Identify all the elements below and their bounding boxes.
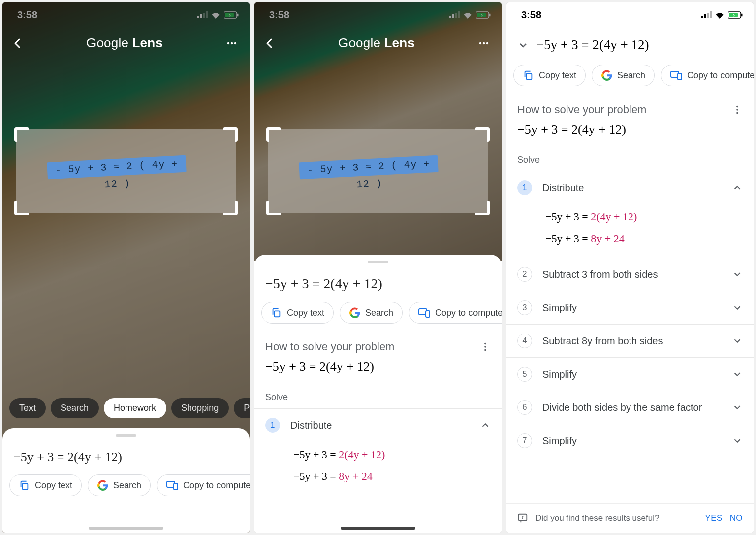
feedback-yes-button[interactable]: YES (705, 513, 722, 523)
step-3-title: Simplify (542, 302, 722, 314)
step-4-number: 4 (517, 334, 532, 348)
recognized-equation: −5y + 3 = 2(4y + 12) (254, 272, 502, 299)
mode-chip-search[interactable]: Search (51, 398, 99, 418)
step-6-number: 6 (517, 400, 532, 415)
sheet-grab-handle[interactable] (116, 434, 136, 437)
step-5-row[interactable]: 5 Simplify (506, 358, 754, 391)
results-sheet[interactable]: −5y + 3 = 2(4y + 12) Copy text Search Co… (254, 255, 502, 533)
search-button[interactable]: Search (592, 65, 655, 86)
search-button[interactable]: Search (340, 302, 403, 324)
step-6-row[interactable]: 6 Divide both sides by the same factor (506, 391, 754, 424)
screenshot-panel-1: 3:58 Google Lens - 5y + 3 = 2 ( 4y + 12 … (2, 2, 250, 533)
svg-point-21 (483, 42, 485, 44)
sheet-grab-handle[interactable] (368, 261, 388, 263)
svg-rect-36 (526, 73, 532, 79)
brand-bold: Lens (132, 35, 163, 50)
equation-header: −5y + 3 = 2(4y + 12) (536, 37, 649, 53)
recognized-equation: −5y + 3 = 2(4y + 12) (2, 446, 250, 471)
chevron-up-icon (732, 182, 743, 193)
step-4-row[interactable]: 4 Subtract 8y from both sides (506, 325, 754, 357)
feedback-icon (517, 513, 528, 524)
chevron-down-icon (732, 435, 743, 446)
app-title: Google Lens (86, 35, 163, 51)
search-button[interactable]: Search (88, 474, 151, 496)
copy-to-computer-button[interactable]: Copy to computer (409, 302, 502, 324)
copy-to-computer-button[interactable]: Copy to computer (157, 474, 250, 496)
copy-text-button[interactable]: Copy text (9, 474, 82, 496)
svg-rect-30 (704, 14, 706, 18)
step-1-number: 1 (517, 180, 532, 195)
step-1-row[interactable]: 1 Distribute (254, 409, 502, 442)
home-indicator[interactable] (89, 527, 163, 530)
results-sheet[interactable]: −5y + 3 = 2(4y + 12) Copy text Search Co… (2, 428, 250, 533)
copy-icon (271, 307, 282, 318)
svg-point-39 (736, 106, 738, 108)
step-1-title: Distribute (290, 420, 470, 431)
more-vert-icon[interactable] (732, 104, 743, 115)
svg-rect-10 (22, 483, 28, 489)
step-1-number: 1 (265, 418, 280, 433)
chevron-down-icon (732, 302, 743, 313)
mode-chip-homework[interactable]: Homework (104, 398, 166, 418)
solve-heading-row: How to solve your problem (506, 94, 754, 119)
svg-point-8 (231, 42, 233, 44)
svg-rect-38 (678, 73, 682, 80)
svg-rect-23 (274, 311, 280, 317)
home-indicator[interactable] (341, 527, 415, 530)
step-5-number: 5 (517, 367, 532, 382)
status-icons (701, 11, 743, 19)
svg-rect-31 (707, 13, 709, 18)
camera-viewfinder: 3:58 Google Lens - 5y + 3 = 2 ( 4y + 12 … (2, 2, 250, 533)
svg-point-7 (227, 42, 229, 44)
step-3-row[interactable]: 3 Simplify (506, 291, 754, 324)
google-g-icon (601, 70, 612, 81)
more-icon[interactable] (226, 37, 238, 49)
chevron-down-icon (732, 335, 743, 346)
crop-frame[interactable]: - 5y + 3 = 2 ( 4y + 12 ) (16, 129, 236, 213)
svg-rect-29 (701, 16, 703, 18)
mode-chip-shopping[interactable]: Shopping (171, 398, 229, 418)
step-1-title: Distribute (542, 182, 722, 194)
status-time: 3:58 (521, 9, 541, 21)
step-1-row[interactable]: 1 Distribute (506, 171, 754, 204)
step-5-title: Simplify (542, 369, 722, 380)
step-1-body: −5y + 3 = 2(4y + 12) −5y + 3 = 8y + 24 (506, 204, 754, 258)
feedback-no-button[interactable]: NO (730, 513, 743, 523)
chevron-down-icon (732, 369, 743, 380)
svg-point-41 (736, 112, 738, 114)
devices-icon (418, 307, 430, 318)
step-2-number: 2 (517, 267, 532, 282)
feedback-prompt: Did you find these results useful? (535, 513, 659, 523)
google-g-icon (349, 307, 360, 318)
feedback-bar: Did you find these results useful? YES N… (506, 503, 754, 533)
step-2-row[interactable]: 2 Subtract 3 from both sides (506, 258, 754, 291)
more-vert-icon[interactable] (480, 341, 491, 352)
signal-icon (701, 11, 712, 18)
back-icon[interactable] (263, 37, 275, 49)
step-7-row[interactable]: 7 Simplify (506, 424, 754, 457)
svg-point-28 (484, 349, 486, 351)
mode-chip-text[interactable]: Text (9, 398, 46, 418)
crop-frame[interactable]: - 5y + 3 = 2 ( 4y + 12 ) (268, 129, 488, 213)
back-icon[interactable] (11, 37, 23, 49)
chevron-up-icon (480, 420, 491, 431)
action-row: Copy text Search Copy to computer (2, 471, 250, 504)
chevron-down-icon (732, 402, 743, 413)
problem-equation: −5y + 3 = 2(4y + 12) (254, 356, 502, 385)
svg-rect-12 (174, 483, 178, 490)
mode-chip-places[interactable]: Places (234, 398, 250, 418)
copy-icon (523, 70, 534, 81)
solve-heading: How to solve your problem (517, 103, 646, 116)
copy-icon (19, 480, 30, 491)
step-7-title: Simplify (542, 435, 722, 447)
copy-text-button[interactable]: Copy text (261, 302, 334, 324)
copy-to-computer-button[interactable]: Copy to computer (661, 65, 754, 86)
more-icon[interactable] (478, 37, 490, 49)
step-6-title: Divide both sides by the same factor (542, 402, 722, 413)
solve-heading: How to solve your problem (265, 340, 394, 353)
svg-point-40 (736, 109, 738, 111)
screenshot-panel-2: 3:58 Google Lens - 5y + 3 = 2 ( 4y + 12 … (254, 2, 502, 533)
step-2-title: Subtract 3 from both sides (542, 269, 722, 280)
equation-collapse-row[interactable]: −5y + 3 = 2(4y + 12) (506, 24, 754, 62)
copy-text-button[interactable]: Copy text (513, 65, 586, 86)
